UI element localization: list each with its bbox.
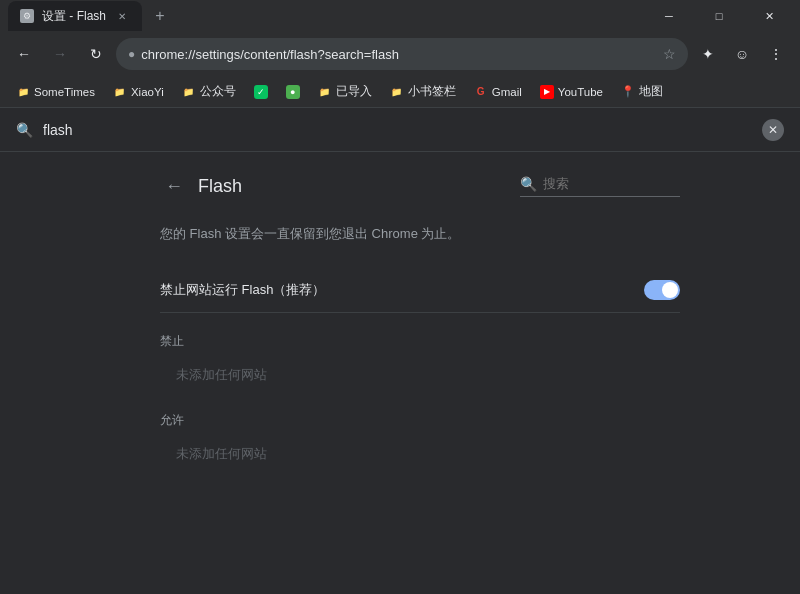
- bookmark-gongzhonghao[interactable]: 📁 公众号: [174, 81, 244, 102]
- bookmark-label: YouTube: [558, 86, 603, 98]
- settings-search-box[interactable]: 🔍: [520, 176, 680, 197]
- folder-icon: 📁: [113, 85, 127, 99]
- block-flash-label: 禁止网站运行 Flash（推荐）: [160, 281, 325, 299]
- bookmark-youtube[interactable]: ▶ YouTube: [532, 82, 611, 102]
- settings-title-area: ← Flash: [160, 172, 242, 200]
- wechat-icon: ✓: [254, 85, 268, 99]
- bookmark-label: 地图: [639, 84, 663, 99]
- bookmark-label: XiaoYi: [131, 86, 164, 98]
- bookmark-green[interactable]: ●: [278, 82, 308, 102]
- block-flash-row: 禁止网站运行 Flash（推荐）: [160, 268, 680, 313]
- content-panel: ← Flash 🔍 您的 Flash 设置会一直保留到您退出 Chrome 为止…: [120, 152, 720, 594]
- settings-search-input[interactable]: [543, 176, 663, 191]
- navigation-bar: ← → ↻ ● chrome://settings/content/flash?…: [0, 32, 800, 76]
- forward-button[interactable]: →: [44, 38, 76, 70]
- bookmark-label: SomeTimes: [34, 86, 95, 98]
- flash-info-text: 您的 Flash 设置会一直保留到您退出 Chrome 为止。: [160, 224, 680, 244]
- block-empty-text: 未添加任何网站: [160, 358, 680, 392]
- menu-button[interactable]: ⋮: [760, 38, 792, 70]
- block-flash-toggle[interactable]: [644, 280, 680, 300]
- settings-header: ← Flash 🔍: [160, 172, 680, 200]
- address-text: chrome://settings/content/flash?search=f…: [141, 47, 657, 62]
- window-controls: ─ □ ✕: [646, 1, 792, 31]
- right-sidebar: [720, 152, 800, 594]
- settings-search-icon: 🔍: [520, 176, 537, 192]
- folder-icon: 📁: [182, 85, 196, 99]
- bookmark-label: 已导入: [336, 84, 372, 99]
- main-content: ← Flash 🔍 您的 Flash 设置会一直保留到您退出 Chrome 为止…: [0, 152, 800, 594]
- bookmark-xiaoyi[interactable]: 📁 XiaoYi: [105, 82, 172, 102]
- title-bar-left: ⚙ 设置 - Flash ✕ +: [8, 1, 172, 31]
- settings-search-bar: 🔍 ✕: [0, 108, 800, 152]
- back-button[interactable]: ←: [8, 38, 40, 70]
- tab-close-button[interactable]: ✕: [114, 8, 130, 24]
- green-icon: ●: [286, 85, 300, 99]
- profile-button[interactable]: ☺: [726, 38, 758, 70]
- folder-icon: 📁: [390, 85, 404, 99]
- bookmarks-bar: 📁 SomeTimes 📁 XiaoYi 📁 公众号 ✓ ● 📁 已导入 📁 小…: [0, 76, 800, 108]
- title-bar: ⚙ 设置 - Flash ✕ + ─ □ ✕: [0, 0, 800, 32]
- browser-tab[interactable]: ⚙ 设置 - Flash ✕: [8, 1, 142, 31]
- bookmark-label: Gmail: [492, 86, 522, 98]
- block-section-title: 禁止: [160, 333, 680, 350]
- nav-actions: ✦ ☺ ⋮: [692, 38, 792, 70]
- bookmark-maps[interactable]: 📍 地图: [613, 81, 671, 102]
- folder-icon: 📁: [16, 85, 30, 99]
- left-sidebar: [0, 152, 120, 594]
- new-tab-button[interactable]: +: [148, 4, 172, 28]
- bookmark-gmail[interactable]: G Gmail: [466, 82, 530, 102]
- youtube-icon: ▶: [540, 85, 554, 99]
- bookmark-wechat[interactable]: ✓: [246, 82, 276, 102]
- address-bar[interactable]: ● chrome://settings/content/flash?search…: [116, 38, 688, 70]
- tab-favicon: ⚙: [20, 9, 34, 23]
- search-bar-icon: 🔍: [16, 122, 33, 138]
- search-clear-button[interactable]: ✕: [762, 119, 784, 141]
- bookmark-yidaoru[interactable]: 📁 已导入: [310, 81, 380, 102]
- extensions-button[interactable]: ✦: [692, 38, 724, 70]
- allow-section-title: 允许: [160, 412, 680, 429]
- minimize-button[interactable]: ─: [646, 1, 692, 31]
- close-button[interactable]: ✕: [746, 1, 792, 31]
- gmail-icon: G: [474, 85, 488, 99]
- settings-page-title: Flash: [198, 176, 242, 197]
- reload-button[interactable]: ↻: [80, 38, 112, 70]
- lock-icon: ●: [128, 47, 135, 61]
- bookmark-label: 公众号: [200, 84, 236, 99]
- folder-icon: 📁: [318, 85, 332, 99]
- bookmark-label: 小书签栏: [408, 84, 456, 99]
- maps-icon: 📍: [621, 85, 635, 99]
- toggle-thumb: [662, 282, 678, 298]
- allow-empty-text: 未添加任何网站: [160, 437, 680, 471]
- bookmark-xiaoshujianlan[interactable]: 📁 小书签栏: [382, 81, 464, 102]
- tab-title: 设置 - Flash: [42, 8, 106, 25]
- bookmark-star-icon[interactable]: ☆: [663, 46, 676, 62]
- settings-back-button[interactable]: ←: [160, 172, 188, 200]
- bookmark-sometimes[interactable]: 📁 SomeTimes: [8, 82, 103, 102]
- search-bar-input[interactable]: [43, 122, 752, 138]
- maximize-button[interactable]: □: [696, 1, 742, 31]
